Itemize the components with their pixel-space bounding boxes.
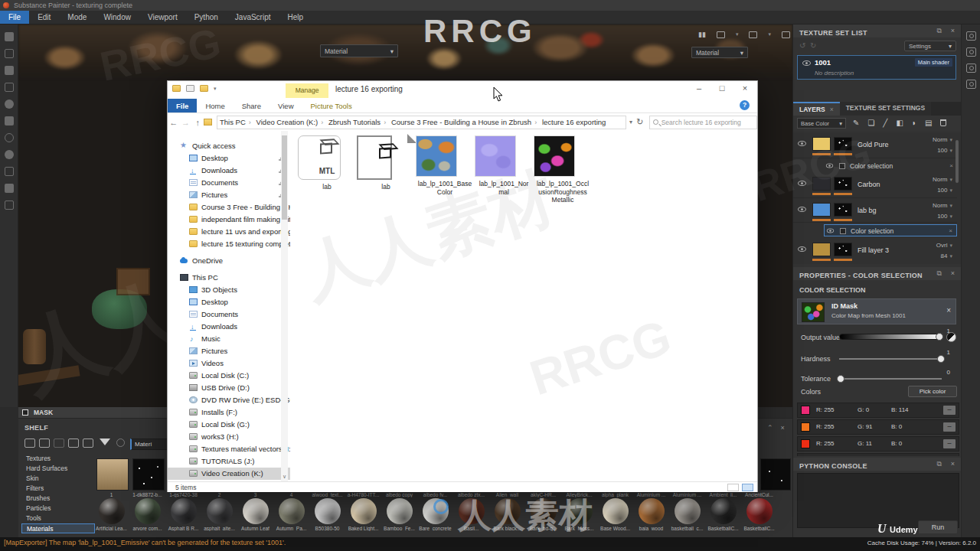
- material-item[interactable]: Basil...: [453, 498, 489, 531]
- nav-tree-item[interactable]: DVD RW Drive (E:) ESD-ISO: [168, 394, 290, 406]
- layer-thumbnail[interactable]: [812, 177, 831, 191]
- remove-mask-icon[interactable]: ×: [946, 306, 951, 315]
- nav-tree-item[interactable]: TUTORIALS (J:): [168, 455, 290, 468]
- material-sphere[interactable]: [207, 498, 233, 524]
- texture-thumbnail[interactable]: [132, 458, 165, 491]
- shader-settings-icon[interactable]: [966, 47, 976, 57]
- nav-tree-item[interactable]: lecture 15 texturing complete: [168, 238, 290, 250]
- hardness-slider[interactable]: [839, 358, 942, 360]
- mask-panel-header[interactable]: MASK: [18, 407, 178, 418]
- menu-item[interactable]: Python: [186, 11, 227, 24]
- close-panel-icon[interactable]: ×: [951, 267, 955, 280]
- add-effect-icon[interactable]: ✎: [853, 119, 859, 128]
- ribbon-tab[interactable]: Share: [234, 99, 270, 112]
- add-smart-material-icon[interactable]: ❏: [867, 119, 874, 128]
- layer-mask-thumbnail[interactable]: [834, 177, 852, 191]
- remove-effect-icon[interactable]: ×: [949, 160, 953, 172]
- remove-effect-icon[interactable]: ×: [949, 225, 952, 237]
- material-item[interactable]: asphalt_alte...: [201, 498, 237, 531]
- scrollbar-thumb[interactable]: [282, 135, 287, 220]
- menu-item[interactable]: Help: [279, 11, 312, 24]
- slider-knob[interactable]: [937, 355, 945, 363]
- refresh-icon[interactable]: ↻: [632, 117, 648, 127]
- photoshop-export-icon[interactable]: [5, 184, 14, 193]
- shelf-category[interactable]: Tools: [21, 514, 95, 523]
- minimize-button[interactable]: –: [688, 83, 710, 93]
- layer-thumbnail[interactable]: [812, 243, 831, 256]
- pause-engine-icon[interactable]: ▮▮: [698, 31, 706, 38]
- material-item[interactable]: Bark_bd-g...: [525, 498, 561, 531]
- effect-checkbox[interactable]: [840, 228, 846, 234]
- collapse-panel-icon[interactable]: ⌃: [767, 424, 773, 432]
- shelf-category[interactable]: Skin: [21, 474, 95, 484]
- nav-tree-item[interactable]: Local Disk (G:): [168, 419, 290, 431]
- folder-icon[interactable]: [200, 85, 208, 92]
- scroll-down-icon[interactable]: ∨: [281, 474, 288, 480]
- add-mask-icon[interactable]: ◗: [912, 119, 916, 128]
- quick-access-toolbar-icon[interactable]: [186, 85, 194, 92]
- texture-set-item[interactable]: 1001 Main shader No description: [797, 55, 956, 80]
- up-icon[interactable]: ↑: [191, 118, 204, 127]
- close-panel-icon[interactable]: ×: [951, 24, 955, 37]
- add-paint-layer-icon[interactable]: ╱: [883, 119, 887, 128]
- nav-tree-item[interactable]: 3D Objects: [168, 284, 290, 296]
- layer-effect-row[interactable]: Color selection ×: [824, 160, 957, 172]
- layers-scrollbar[interactable]: [956, 140, 959, 183]
- run-button[interactable]: Run: [918, 520, 958, 534]
- layer-row[interactable]: Fill layer 3 Ovrl▾ 84▾: [793, 240, 957, 264]
- material-sphere[interactable]: [279, 498, 305, 524]
- tab-texture-set-settings[interactable]: TEXTURE SET SETTINGS: [840, 102, 931, 116]
- visibility-eye-icon[interactable]: [826, 164, 833, 168]
- nav-tree-item[interactable]: Local Disk (C:): [168, 370, 290, 382]
- hide-resources-icon[interactable]: [68, 439, 79, 448]
- breadcrumb-item[interactable]: › Course 3 Free - Building a House in Zb…: [381, 118, 531, 126]
- nav-tree-item[interactable]: Video Creation (K:): [168, 468, 290, 480]
- material-sphere[interactable]: [639, 498, 665, 524]
- texture-thumbnail[interactable]: [96, 458, 129, 491]
- display-settings-icon[interactable]: [966, 31, 976, 41]
- shading-mode-dropdown-right[interactable]: Material ▾: [691, 47, 748, 58]
- menu-item[interactable]: Edit: [29, 11, 59, 24]
- maximize-button[interactable]: □: [711, 83, 733, 93]
- breadcrumb[interactable]: › This PC › Video Creation (K:) › Zbrush…: [217, 116, 626, 129]
- material-item[interactable]: Bark black...: [489, 498, 525, 531]
- material-item[interactable]: B50380-50: [309, 498, 345, 531]
- nav-tree-item[interactable]: OneDrive: [168, 255, 290, 267]
- file-item[interactable]: lab_lp_1001_Base Color: [416, 135, 474, 204]
- nav-tree-item[interactable]: Downloads: [168, 165, 290, 177]
- pick-color-button[interactable]: Pick color: [908, 386, 957, 397]
- layer-mask-thumbnail[interactable]: [834, 203, 852, 217]
- ribbon-tab[interactable]: File: [168, 99, 197, 112]
- material-sphere[interactable]: [135, 498, 161, 524]
- material-sphere[interactable]: [459, 498, 485, 524]
- manage-contextual-tab[interactable]: Manage: [286, 83, 328, 98]
- filter-icon[interactable]: [100, 439, 110, 445]
- visibility-eye-icon[interactable]: [802, 60, 811, 66]
- nav-tree-item[interactable]: This PC: [168, 272, 290, 284]
- layer-thumbnail[interactable]: [812, 137, 831, 151]
- nav-tree-item[interactable]: Documents: [168, 308, 290, 321]
- nav-tree-item[interactable]: lecture 11 uvs and exporting: [168, 226, 290, 238]
- nav-tree-item[interactable]: Textures material vectors (I:): [168, 443, 290, 455]
- file-item[interactable]: MTL lab: [298, 135, 356, 204]
- popout-panel-icon[interactable]: ⧉: [937, 24, 942, 37]
- color-swatch[interactable]: [801, 422, 810, 432]
- material-item[interactable]: Base Wood...: [597, 498, 633, 531]
- material-item[interactable]: Autumn_Pa...: [273, 498, 309, 531]
- shelf-category[interactable]: Materials: [21, 523, 95, 533]
- material-sphere[interactable]: [387, 498, 413, 524]
- search-input[interactable]: Search lecture 16 exporting: [649, 116, 757, 129]
- layer-thumbnail[interactable]: [812, 203, 831, 217]
- delete-layer-icon[interactable]: [940, 119, 946, 126]
- material-sphere[interactable]: [567, 498, 593, 524]
- add-resource-icon[interactable]: [39, 439, 50, 448]
- screenshot-icon[interactable]: [782, 31, 790, 38]
- tab-layers[interactable]: LAYERS×: [793, 102, 840, 116]
- projection-tool-icon[interactable]: [5, 66, 14, 75]
- polygon-fill-tool-icon[interactable]: [5, 83, 14, 92]
- settings-gear-icon[interactable]: [5, 150, 14, 159]
- output-value-slider[interactable]: [839, 334, 942, 340]
- material-sphere[interactable]: [315, 498, 341, 524]
- nav-tree-item[interactable]: Downloads: [168, 321, 290, 333]
- details-view-button[interactable]: [727, 484, 739, 491]
